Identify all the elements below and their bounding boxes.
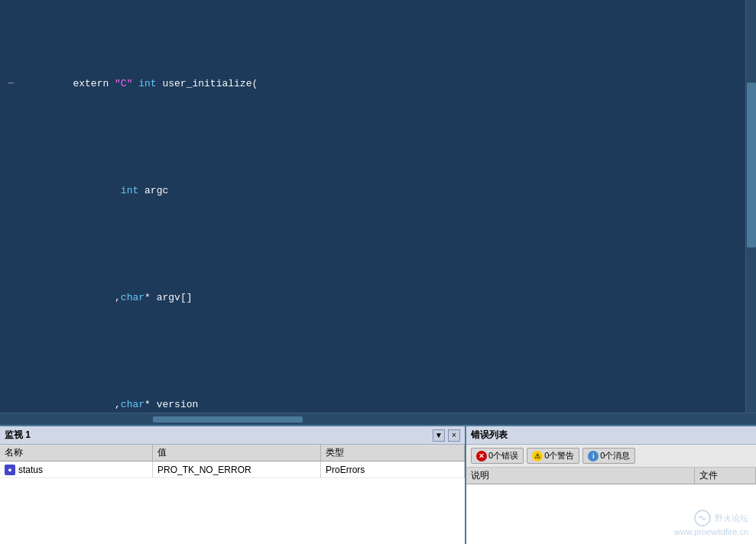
- col-type: 类型: [321, 445, 465, 461]
- info-count-button[interactable]: i 0个消息: [582, 448, 635, 464]
- code-editor: − extern "C" int user_initialize( int ar…: [0, 0, 756, 413]
- error-toolbar: ✕ 0个错误 ⚠ 0个警告 i 0个消息: [466, 445, 756, 468]
- gutter-minus[interactable]: −: [0, 76, 21, 92]
- watch-panel-header: 监视 1 ▼ ×: [0, 426, 465, 445]
- code-text: int argc: [21, 168, 756, 214]
- code-line: int argc: [0, 168, 756, 214]
- code-text: ,char* version: [21, 382, 756, 413]
- error-panel-title: 错误列表: [471, 429, 508, 442]
- watch-table: 名称 值 类型 ● status PRO_TK_NO_ERROR ProErro…: [0, 445, 465, 544]
- error-panel: 错误列表 ✕ 0个错误 ⚠ 0个警告 i 0个消息 说明 文件: [466, 426, 756, 544]
- watch-panel-title: 监视 1: [5, 429, 31, 442]
- warning-count-button[interactable]: ⚠ 0个警告: [527, 448, 579, 464]
- error-content: 野火论坛 www.proewildfire.cn: [466, 506, 756, 544]
- error-icon: ✕: [476, 451, 487, 461]
- scroll-track[interactable]: [3, 416, 753, 423]
- col-name: 名称: [0, 445, 153, 461]
- code-content: − extern "C" int user_initialize( int ar…: [0, 0, 756, 413]
- col-description: 说明: [466, 468, 695, 484]
- panel-actions: ▼ ×: [433, 429, 460, 442]
- var-icon: ●: [5, 465, 15, 475]
- col-value: 值: [153, 445, 321, 461]
- watermark-url: www.proewildfire.cn: [674, 527, 748, 536]
- scroll-thumb[interactable]: [747, 83, 756, 248]
- scroll-thumb-h[interactable]: [153, 416, 303, 423]
- watch-row: ● status PRO_TK_NO_ERROR ProErrors: [0, 461, 465, 478]
- table-header: 名称 值 类型: [0, 445, 465, 461]
- watermark: 野火论坛 www.proewildfire.cn: [674, 509, 748, 536]
- cell-value: PRO_TK_NO_ERROR: [153, 461, 321, 478]
- error-count-button[interactable]: ✕ 0个错误: [471, 448, 524, 464]
- code-text: ,char* argv[]: [21, 275, 756, 321]
- col-file: 文件: [695, 468, 756, 484]
- logo-icon: [693, 509, 712, 527]
- warning-icon: ⚠: [532, 451, 543, 461]
- code-text: extern "C" int user_initialize(: [21, 61, 756, 107]
- code-line: ,char* argv[]: [0, 275, 756, 321]
- watermark-logo: 野火论坛: [715, 513, 748, 524]
- error-table-header: 说明 文件: [466, 468, 756, 484]
- cell-type: ProErrors: [321, 461, 465, 478]
- close-button[interactable]: ×: [448, 429, 460, 442]
- bottom-panel: 监视 1 ▼ × 名称 值 类型 ● status PRO_TK_NO_ERRO…: [0, 425, 756, 544]
- error-panel-header: 错误列表: [466, 426, 756, 445]
- code-line: ,char* version: [0, 382, 756, 413]
- code-line: − extern "C" int user_initialize(: [0, 61, 756, 107]
- vertical-scrollbar[interactable]: [745, 0, 756, 413]
- watch-panel: 监视 1 ▼ × 名称 值 类型 ● status PRO_TK_NO_ERRO…: [0, 426, 466, 544]
- pin-button[interactable]: ▼: [433, 429, 445, 442]
- info-icon: i: [588, 451, 599, 461]
- cell-name: ● status: [0, 461, 153, 478]
- horizontal-scrollbar[interactable]: [0, 413, 756, 425]
- error-table: 说明 文件: [466, 468, 756, 506]
